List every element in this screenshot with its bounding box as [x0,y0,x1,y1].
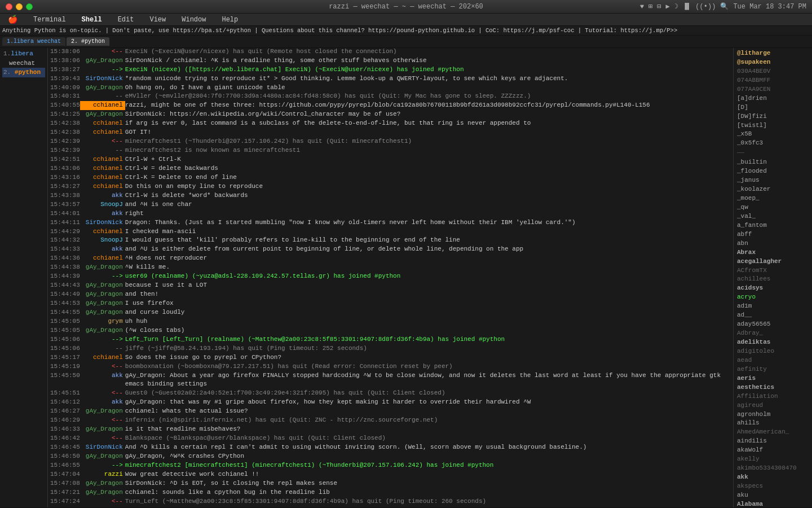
nick-ad1m[interactable]: ad1m [736,302,810,311]
nick-aday[interactable]: aday56565 [736,320,810,329]
msg-content: I would guess that 'kill' probably refer… [125,236,731,245]
nick-supakeen[interactable]: @supakeen [736,58,810,67]
table-row: 15:38:27-->ExeciN (nicexe) ([https://web… [50,65,731,75]
msg-nick: gAy_Dragon [80,425,125,434]
table-row: 15:43:06cchianelCtrl-W = delete backward… [50,164,731,173]
msg-nick: gAy_Dragon [80,281,125,290]
window-menu[interactable]: Window [178,15,209,25]
nick-afantom[interactable]: a_fantom [736,221,810,230]
nick-acidsys[interactable]: acidsys [736,284,810,293]
msg-time: 15:44:49 [50,290,80,299]
nick-acfromtx[interactable]: ACfromTX [736,266,810,275]
nick-agronholm[interactable]: agronholm [736,410,810,419]
msg-time: 15:47:04 [50,470,80,479]
nick-akk[interactable]: akk [736,473,810,482]
tab-libera-weechat[interactable]: 1.libera weechat [2,37,65,46]
nick-builtin[interactable]: _builtin [736,158,810,167]
heart-icon[interactable]: ♥ [640,3,644,11]
nick-adrien[interactable]: [a]drien [736,94,810,103]
minimize-button[interactable] [16,3,23,10]
msg-nick: <-- [80,434,125,443]
msg-time: 15:46:55 [50,461,80,470]
msg-content: because I use it a LOT [125,281,731,290]
nick-074a[interactable]: 074ABBMFF [736,76,810,85]
grid-icon: ⊟ [657,2,661,11]
nick-adigitoleo[interactable]: adigitoleo [736,347,810,356]
nick-030a[interactable]: 030A4BE0V [736,67,810,76]
nick-litharge[interactable]: @litharge [736,49,810,58]
nick-x5b[interactable]: _x5B [736,130,810,139]
msg-nick: cchianel [80,155,125,164]
table-row: 15:45:05gAy_Dragon(^w closes tabs) [50,326,731,335]
nick-adbray[interactable]: Adbray_ [736,329,810,338]
nick-acegallagher[interactable]: acegallagher [736,257,810,266]
nick-acryo[interactable]: acryo [736,293,810,302]
nick-koolazer[interactable]: _koolazer [736,185,810,194]
nick-aefinity[interactable]: aefinity [736,365,810,374]
nick-d[interactable]: [D] [736,103,810,112]
nick-affiliation[interactable]: Affiliation [736,392,810,401]
apple-menu[interactable]: 🍎 [5,14,21,25]
nick-akimbo[interactable]: akimbo5334308470 [736,464,810,473]
nick-abff[interactable]: abff [736,230,810,239]
nick-aead[interactable]: aead [736,356,810,365]
nick-flooded[interactable]: _flooded [736,167,810,176]
nick-aeris[interactable]: aeris [736,374,810,383]
tab-python[interactable]: 2. #python [67,37,109,46]
table-row: 15:40:55cchianelrazzi, might be one of t… [50,101,731,110]
msg-content: is it that readline misbehaves? [125,425,731,434]
nick-dwfizi[interactable]: [DW]fizi [736,112,810,121]
nick-qw[interactable]: _qw [736,203,810,212]
msg-content: Ctrl-W = delete backwards [125,164,731,173]
nick-ahills[interactable]: ahills [736,419,810,428]
msg-content: ExeciN (~ExeciN@user/nicexe) has quit (R… [125,48,731,56]
chat-area[interactable]: 15:34:10<--ctrlfootprint (~ctrlfootp@90.… [48,48,733,507]
nick-val[interactable]: _val_ [736,212,810,221]
msg-nick: grym [80,317,125,326]
nick-abn[interactable]: abn [736,239,810,248]
msg-nick: gAy_Dragon [80,84,125,93]
channel-item-python[interactable]: 2. #python [2,68,45,77]
msg-content: Ctrl-W + Ctrl-K [125,155,731,164]
nick-alabama[interactable]: Alabama [736,500,810,507]
table-row: 15:42:51cchianelCtrl-W + Ctrl-K [50,155,731,164]
msg-content: ^W kills me. [125,263,731,272]
msg-time: 15:40:55 [50,101,80,110]
shell-menu[interactable]: Shell [78,15,105,25]
nick-abrax[interactable]: Abrax [736,248,810,257]
nick-moep[interactable]: _moep_ [736,194,810,203]
nick-aesthetics[interactable]: aesthetics [736,383,810,392]
nick-akawolf[interactable]: akaWolf [736,446,810,455]
msg-time: 15:44:11 [50,218,80,227]
edit-menu[interactable]: Edit [114,15,138,25]
nick-janus[interactable]: _janus [736,176,810,185]
msg-time: 15:46:29 [50,416,80,425]
maximize-button[interactable] [26,3,33,10]
nick-0x5fc3[interactable]: _0x5fc3 [736,139,810,148]
nick-adeliktas[interactable]: adeliktas [736,338,810,347]
nick-akspecs[interactable]: akspecs [736,482,810,491]
channel-item-libera[interactable]: 1.libera weechat [2,49,45,68]
help-menu[interactable]: Help [218,15,241,25]
nick-077a[interactable]: 077AA9CEN [736,85,810,94]
terminal-menu[interactable]: Terminal [30,15,69,25]
view-menu[interactable]: View [146,15,169,25]
msg-content: gAy_Dragon, ^W^K crashes CPython [125,452,731,461]
tabbar: 1.libera weechat 2. #python [0,36,812,48]
nick-agireud[interactable]: agireud [736,401,810,410]
msg-content: minecraftchest2 [minecraftchest1] (minec… [125,461,731,470]
nick-aindilis[interactable]: aindilis [736,437,810,446]
close-button[interactable] [6,3,12,10]
msg-nick: --> [80,461,125,470]
search-icon[interactable]: 🔍 [720,2,729,11]
table-row: 15:43:16cchianelCtrl-K = Delete to end o… [50,173,731,182]
nick-achillees[interactable]: achillees [736,275,810,284]
table-row: 15:44:33akkand ^U is either delete from … [50,245,731,254]
nick-aku[interactable]: aku [736,491,810,500]
msg-content: right [125,209,731,218]
nick-twistl[interactable]: [twistl] [736,121,810,130]
nick-ad[interactable]: ad__ [736,311,810,320]
nick-akelly[interactable]: akelly [736,455,810,464]
nick-ahmed[interactable]: AhmedAmerican_ [736,428,810,437]
msg-nick: gAy_Dragon [80,326,125,335]
